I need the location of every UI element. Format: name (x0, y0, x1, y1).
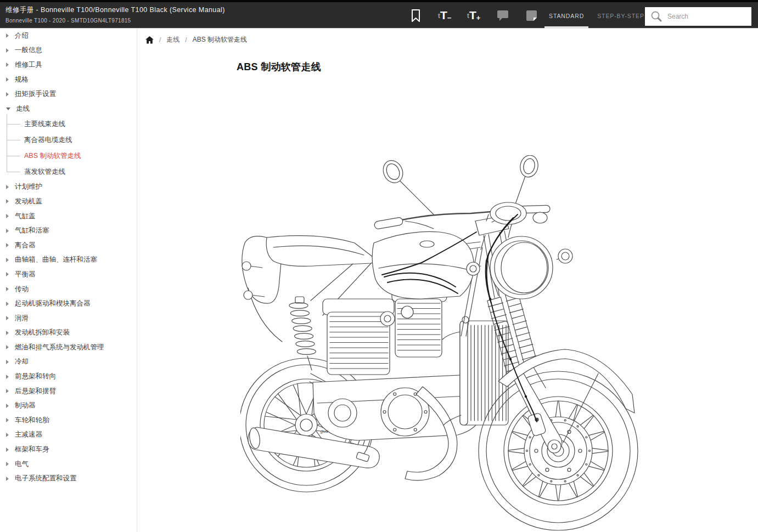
artist-signature: gus (320, 429, 328, 434)
search-box[interactable] (645, 7, 751, 26)
expand-arrow-icon[interactable] (6, 63, 9, 67)
sidebar-item-label: 走线 (16, 104, 30, 114)
sidebar-item[interactable]: 燃油和排气系统与发动机管理 (0, 340, 137, 355)
note-icon[interactable] (525, 10, 538, 21)
breadcrumb-section[interactable]: 走线 (166, 35, 179, 44)
sidebar-item[interactable]: 规格 (0, 72, 137, 87)
motorcycle-diagram: gus (240, 155, 649, 532)
page-title: ABS 制动软管走线 (237, 60, 321, 73)
sidebar-item[interactable]: 电子系统配置和设置 (0, 471, 137, 486)
expand-arrow-icon[interactable] (6, 433, 9, 437)
sidebar-subitem[interactable]: 蒸发软管走线 (0, 164, 137, 180)
sidebar-item[interactable]: 电气 (0, 457, 137, 472)
expand-arrow-icon[interactable] (6, 199, 9, 203)
sidebar-item[interactable]: 介绍 (0, 29, 137, 43)
sidebar-subitem-label: ABS 制动软管走线 (24, 151, 81, 161)
expand-arrow-icon[interactable] (6, 287, 9, 291)
sidebar-item-label: 离合器 (15, 241, 36, 250)
breadcrumb: / 走线 / ABS 制动软管走线 (145, 35, 247, 44)
expand-arrow-icon[interactable] (6, 48, 9, 53)
bookmark-icon[interactable] (409, 9, 422, 22)
expand-arrow-icon[interactable] (6, 229, 9, 233)
text-decrease-icon[interactable]: tT− (438, 9, 451, 22)
sidebar-item[interactable]: 前悬架和转向 (0, 369, 137, 384)
expand-arrow-icon[interactable] (6, 243, 9, 247)
sidebar-item-label: 一般信息 (15, 46, 42, 55)
sidebar-item[interactable]: 平衡器 (0, 267, 137, 282)
sidebar-item[interactable]: 车轮和轮胎 (0, 413, 137, 428)
fuel-tank (372, 231, 474, 299)
expand-arrow-icon[interactable] (6, 477, 9, 481)
sidebar-item-label: 曲轴箱、曲轴、连杆和活塞 (15, 255, 97, 264)
sidebar-item-label: 电气 (15, 460, 29, 469)
expand-arrow-icon[interactable] (6, 389, 9, 393)
sidebar-item[interactable]: 后悬架和摆臂 (0, 384, 137, 399)
headlight (490, 236, 553, 299)
sidebar-item[interactable]: 计划维护 (0, 180, 137, 195)
sidebar-item[interactable]: 冷却 (0, 355, 137, 370)
sidebar-subitem[interactable]: ABS 制动软管走线 (0, 148, 137, 164)
sidebar-item[interactable]: 气缸盖 (0, 209, 137, 224)
sidebar-subitem-label: 蒸发软管走线 (24, 167, 65, 177)
sidebar-item-label: 燃油和排气系统与发动机管理 (15, 343, 104, 352)
breadcrumb-separator: / (185, 36, 187, 44)
sidebar-subitem-label: 离合器电缆走线 (24, 135, 72, 145)
expand-arrow-icon[interactable] (6, 316, 9, 320)
sidebar-item[interactable]: 传动 (0, 282, 137, 297)
content-area: / 走线 / ABS 制动软管走线 ABS 制动软管走线 (138, 29, 758, 532)
expand-arrow-icon[interactable] (6, 448, 9, 452)
sidebar-item[interactable]: 发动机拆卸和安装 (0, 326, 137, 341)
search-input[interactable] (666, 12, 751, 21)
expand-arrow-icon[interactable] (6, 418, 9, 422)
expand-arrow-icon[interactable] (6, 77, 9, 82)
header-titles: 维修手册 - Bonneville T100/Bonneville T100 B… (5, 5, 225, 24)
sidebar-subitem[interactable]: 离合器电缆走线 (0, 132, 137, 148)
sidebar-item[interactable]: 维修工具 (0, 58, 137, 72)
sidebar-subitem-label: 主要线束走线 (24, 120, 65, 129)
sidebar-subitem[interactable]: 主要线束走线 (0, 116, 137, 132)
expand-arrow-icon[interactable] (6, 331, 9, 335)
sidebar-item[interactable]: 离合器 (0, 238, 137, 253)
expand-arrow-icon[interactable] (6, 404, 9, 408)
expand-arrow-icon[interactable] (6, 360, 9, 364)
expand-arrow-icon[interactable] (6, 92, 9, 97)
home-icon[interactable] (145, 36, 154, 44)
sidebar-item-label: 前悬架和转向 (15, 372, 56, 381)
tab-standard[interactable]: STANDARD (542, 2, 591, 29)
tab-step-by-step[interactable]: STEP-BY-STEP (591, 2, 651, 29)
app-header: 维修手册 - Bonneville T100/Bonneville T100 B… (0, 0, 758, 29)
sidebar-item[interactable]: 一般信息 (0, 43, 137, 58)
sidebar-item[interactable]: 制动器 (0, 398, 137, 413)
sidebar-item[interactable]: 主减速器 (0, 428, 137, 443)
expand-arrow-icon[interactable] (6, 185, 9, 189)
sidebar-item-label: 冷却 (15, 357, 29, 366)
sidebar-item-label: 传动 (15, 285, 29, 294)
sidebar-item[interactable]: 润滑 (0, 311, 137, 326)
sidebar-item[interactable]: 走线 (0, 101, 137, 116)
fork-gaiter (506, 292, 537, 365)
expand-arrow-icon[interactable] (6, 345, 9, 349)
expand-arrow-icon[interactable] (6, 375, 9, 379)
sidebar-item-label: 平衡器 (15, 270, 36, 279)
sidebar-item[interactable]: 框架和车身 (0, 442, 137, 457)
expand-arrow-icon[interactable] (6, 258, 9, 262)
sidebar-item-label: 扭矩扳手设置 (15, 89, 56, 99)
sidebar-item[interactable]: 发动机盖 (0, 194, 137, 209)
expand-arrow-icon[interactable] (6, 214, 9, 218)
sidebar-item-label: 主减速器 (15, 430, 42, 439)
expand-arrow-icon[interactable] (6, 272, 9, 276)
breadcrumb-current[interactable]: ABS 制动软管走线 (193, 35, 247, 44)
sidebar-item[interactable]: 起动机驱动和楔块离合器 (0, 296, 137, 311)
collapse-arrow-icon[interactable] (6, 107, 10, 110)
comment-icon[interactable] (496, 10, 509, 21)
sidebar-item[interactable]: 气缸和活塞 (0, 223, 137, 238)
sidebar-item-label: 制动器 (15, 401, 36, 410)
vehicle-identifier: Bonneville T100 - 2020 - SMTD10GN4LT9718… (5, 18, 225, 24)
sidebar-item[interactable]: 曲轴箱、曲轴、连杆和活塞 (0, 253, 137, 268)
sidebar-item[interactable]: 扭矩扳手设置 (0, 87, 137, 101)
expand-arrow-icon[interactable] (6, 462, 9, 466)
sidebar-item-label: 发动机拆卸和安装 (15, 328, 70, 337)
text-increase-icon[interactable]: tT+ (467, 9, 480, 22)
expand-arrow-icon[interactable] (6, 33, 9, 38)
expand-arrow-icon[interactable] (6, 302, 9, 306)
